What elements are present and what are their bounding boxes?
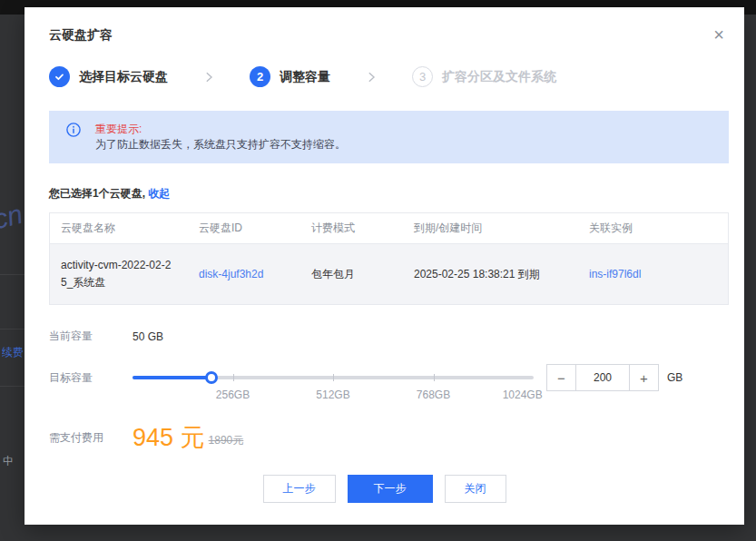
fee-original-price: 1890元 xyxy=(209,433,244,451)
background-partial-text: 中 xyxy=(3,454,14,469)
step-number-badge: 3 xyxy=(412,66,433,87)
current-capacity-value: 50 GB xyxy=(133,330,163,343)
table-row: activity-cvm-2022-02-25_系统盘 disk-4juf3h2… xyxy=(50,244,728,304)
capacity-stepper: − + xyxy=(546,364,659,391)
selection-summary: 您已选择1个云硬盘, 收起 xyxy=(49,186,744,202)
chevron-right-icon xyxy=(365,71,378,84)
instance-id-link[interactable]: ins-if97l6dl xyxy=(589,268,641,280)
cell-expire-time: 2025-02-25 18:38:21 到期 xyxy=(403,267,578,282)
cell-disk-name: activity-cvm-2022-02-25_系统盘 xyxy=(50,257,188,291)
chevron-right-icon xyxy=(202,71,215,84)
alert-body: 为了防止数据丢失，系统盘只支持扩容不支持缩容。 xyxy=(95,137,346,152)
target-capacity-input[interactable] xyxy=(575,365,630,390)
selected-disk-table: 云硬盘名称 云硬盘ID 计费模式 到期/创建时间 关联实例 activity-c… xyxy=(49,212,729,305)
target-capacity-label: 目标容量 xyxy=(49,370,133,386)
slider-tick xyxy=(233,374,234,381)
dialog-footer: 上一步 下一步 关闭 xyxy=(25,475,744,503)
background-renew-link: 续费 xyxy=(2,345,24,360)
important-notice-alert: 重要提示: 为了防止数据丢失，系统盘只支持扩容不支持缩容。 xyxy=(49,111,729,163)
fee-price: 945 元 xyxy=(133,424,205,451)
col-header-instance: 关联实例 xyxy=(578,221,728,236)
slider-mark: 768GB xyxy=(417,389,450,401)
fee-row: 需支付费用 945 元 1890元 xyxy=(49,424,744,451)
info-icon xyxy=(66,123,81,152)
step-indicator: 选择目标云硬盘 2 调整容量 3 扩容分区及文件系统 xyxy=(49,66,744,87)
slider-mark: 1024GB xyxy=(503,389,543,401)
capacity-unit-label: GB xyxy=(667,371,682,384)
close-button[interactable]: 关闭 xyxy=(445,475,506,503)
next-step-button[interactable]: 下一步 xyxy=(348,475,433,503)
disk-id-link[interactable]: disk-4juf3h2d xyxy=(199,268,263,280)
background-watermark: cn xyxy=(0,199,25,236)
slider-marks: 256GB 512GB 768GB 1024GB xyxy=(133,389,534,401)
cell-billing-mode: 包年包月 xyxy=(300,267,403,282)
disk-expand-dialog: 云硬盘扩容 × 选择目标云硬盘 2 调整容量 3 扩容分区及文件系统 xyxy=(25,7,744,525)
step-label: 调整容量 xyxy=(280,69,330,85)
slider-mark: 256GB xyxy=(216,389,250,401)
slider-fill xyxy=(133,376,211,379)
step-expand-partition: 3 扩容分区及文件系统 xyxy=(412,66,556,87)
col-header-disk-name: 云硬盘名称 xyxy=(50,220,188,237)
dialog-header: 云硬盘扩容 × xyxy=(25,7,744,44)
alert-title: 重要提示: xyxy=(95,122,346,137)
slider-tick xyxy=(434,374,435,381)
target-capacity-row: 目标容量 256GB 512GB 768GB 1024GB − + GB xyxy=(49,364,744,391)
step-select-disk: 选择目标云硬盘 xyxy=(49,66,168,87)
close-icon[interactable]: × xyxy=(713,27,724,42)
slider-mark: 512GB xyxy=(316,389,349,401)
current-capacity-label: 当前容量 xyxy=(49,329,133,344)
stepper-plus-button[interactable]: + xyxy=(630,365,658,390)
step-label: 扩容分区及文件系统 xyxy=(442,69,556,85)
fee-label: 需支付费用 xyxy=(49,430,133,446)
slider-track[interactable] xyxy=(133,376,534,379)
col-header-disk-id: 云硬盘ID xyxy=(188,221,300,236)
slider-handle[interactable] xyxy=(205,371,218,384)
capacity-slider[interactable]: 256GB 512GB 768GB 1024GB xyxy=(133,364,534,391)
stepper-minus-button[interactable]: − xyxy=(547,365,575,390)
step-adjust-capacity: 2 调整容量 xyxy=(250,66,330,87)
dialog-title: 云硬盘扩容 xyxy=(49,27,722,44)
selection-text: 您已选择1个云硬盘, xyxy=(49,187,145,200)
collapse-link[interactable]: 收起 xyxy=(148,187,170,200)
step-number-badge: 2 xyxy=(250,66,270,87)
background-divider xyxy=(0,274,25,275)
table-header-row: 云硬盘名称 云硬盘ID 计费模式 到期/创建时间 关联实例 xyxy=(50,213,728,244)
col-header-expire-time: 到期/创建时间 xyxy=(403,221,578,236)
slider-tick xyxy=(333,374,334,381)
col-header-billing-mode: 计费模式 xyxy=(300,221,403,236)
background-divider xyxy=(0,329,25,330)
check-icon xyxy=(49,66,70,87)
background-divider xyxy=(0,386,25,387)
prev-step-button[interactable]: 上一步 xyxy=(263,475,336,503)
step-label: 选择目标云硬盘 xyxy=(79,69,168,85)
current-capacity-row: 当前容量 50 GB xyxy=(49,329,744,344)
